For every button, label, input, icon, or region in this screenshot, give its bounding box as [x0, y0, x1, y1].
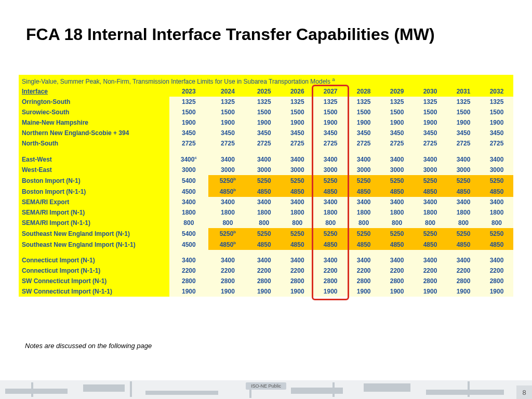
- value-cell: 2200: [380, 265, 414, 276]
- value-cell: 1500: [480, 107, 513, 117]
- value-cell: 4850: [414, 239, 447, 250]
- value-cell: 3400: [281, 255, 314, 265]
- value-cell: 1325: [447, 97, 480, 107]
- header-year: 2029: [380, 86, 414, 97]
- value-cell: 2200: [314, 265, 347, 276]
- value-cell: 5250: [247, 228, 281, 239]
- value-cell: 3450: [414, 128, 447, 138]
- value-cell: 2725: [208, 138, 248, 149]
- interface-name: Southeast New England Import (N-1-1): [19, 239, 169, 250]
- table-row: Surowiec-South15001500150015001500150015…: [19, 107, 513, 117]
- value-cell: 2800: [169, 276, 208, 286]
- value-cell: 1900: [347, 286, 380, 297]
- value-cell: 800: [447, 218, 480, 228]
- value-cell: 3450: [208, 128, 248, 138]
- value-cell: 1800: [314, 207, 347, 218]
- value-cell: 4850: [380, 186, 414, 197]
- value-cell: 3000: [480, 165, 513, 175]
- value-cell: 2725: [414, 138, 447, 149]
- notes-caption: Notes are discussed on the following pag…: [25, 342, 152, 350]
- value-cell: 1900: [447, 117, 480, 128]
- interface-name: SEMA/RI Import (N-1-1): [19, 218, 169, 228]
- value-cell: 2800: [380, 276, 414, 286]
- interface-name: West-East: [19, 165, 169, 175]
- value-cell: 3400: [414, 197, 447, 207]
- value-cell: 5250b: [208, 228, 248, 239]
- value-cell: 3450: [480, 128, 513, 138]
- value-cell: 5250: [347, 175, 380, 186]
- value-cell: 2725: [247, 138, 281, 149]
- header-year: 2028: [347, 86, 380, 97]
- value-cell: 3400: [347, 197, 380, 207]
- value-cell: 1900: [447, 286, 480, 297]
- value-cell: 1800: [281, 207, 314, 218]
- value-cell: 4850: [314, 186, 347, 197]
- value-cell: 3400: [414, 154, 447, 165]
- header-year: 2032: [480, 86, 513, 97]
- footer-strip: ISO-NE Public 8: [0, 380, 532, 399]
- value-cell: 3400: [480, 255, 513, 265]
- interface-name: Boston Import (N-1): [19, 175, 169, 186]
- value-cell: 4850: [281, 186, 314, 197]
- value-cell: 800: [169, 218, 208, 228]
- value-cell: 1500: [208, 107, 248, 117]
- value-cell: 4850: [447, 239, 480, 250]
- value-cell: 5250: [414, 228, 447, 239]
- value-cell: 5250: [380, 175, 414, 186]
- value-cell: 3000: [447, 165, 480, 175]
- interface-name: Connecticut Import (N-1-1): [19, 265, 169, 276]
- value-cell: 5250: [247, 175, 281, 186]
- value-cell: 1325: [347, 97, 380, 107]
- value-cell: 5250: [480, 228, 513, 239]
- footnote-sup: b: [233, 177, 236, 181]
- value-cell: 3000: [414, 165, 447, 175]
- value-cell: 3400: [169, 255, 208, 265]
- value-cell: 4850: [414, 186, 447, 197]
- value-cell: 3000: [208, 165, 248, 175]
- value-cell: 1800: [169, 207, 208, 218]
- value-cell: 2200: [169, 265, 208, 276]
- value-cell: 3400: [247, 154, 281, 165]
- footnote-sup: c: [194, 155, 196, 160]
- value-cell: 4850: [480, 239, 513, 250]
- value-cell: 3400: [314, 197, 347, 207]
- value-cell: 3000: [380, 165, 414, 175]
- value-cell: 3400: [281, 154, 314, 165]
- value-cell: 3450: [347, 128, 380, 138]
- footnote-sup: b: [233, 230, 236, 234]
- table-banner: Single-Value, Summer Peak, Non-Firm, Tra…: [19, 75, 513, 86]
- value-cell: 4850: [314, 239, 347, 250]
- value-cell: 2800: [414, 276, 447, 286]
- value-cell: 1325: [247, 97, 281, 107]
- footnote-sup: b: [233, 241, 236, 245]
- interface-name: Surowiec-South: [19, 107, 169, 117]
- value-cell: 4850: [281, 239, 314, 250]
- value-cell: 1800: [414, 207, 447, 218]
- value-cell: 1900: [480, 117, 513, 128]
- value-cell: 1500: [281, 107, 314, 117]
- value-cell: 1900: [380, 286, 414, 297]
- value-cell: 3400: [447, 154, 480, 165]
- value-cell: 1325: [281, 97, 314, 107]
- value-cell: 4500: [169, 239, 208, 250]
- value-cell: 5250: [480, 175, 513, 186]
- value-cell: 2800: [247, 276, 281, 286]
- value-cell: 3400c: [169, 154, 208, 165]
- value-cell: 2200: [447, 265, 480, 276]
- footer-tag: ISO-NE Public: [246, 382, 286, 390]
- value-cell: 1900: [414, 286, 447, 297]
- value-cell: 3450: [247, 128, 281, 138]
- table-row: Boston Import (N-1)54005250b525052505250…: [19, 175, 513, 186]
- value-cell: 1800: [208, 207, 248, 218]
- value-cell: 1900: [414, 117, 447, 128]
- value-cell: 3450: [447, 128, 480, 138]
- table-row: SW Connecticut Import (N-1-1)19001900190…: [19, 286, 513, 297]
- value-cell: 3400: [169, 197, 208, 207]
- value-cell: 2725: [281, 138, 314, 149]
- value-cell: 3400: [380, 154, 414, 165]
- header-year: 2027: [314, 86, 347, 97]
- value-cell: 3400: [347, 255, 380, 265]
- page-number: 8: [516, 385, 532, 399]
- value-cell: 2200: [281, 265, 314, 276]
- value-cell: 1900: [314, 286, 347, 297]
